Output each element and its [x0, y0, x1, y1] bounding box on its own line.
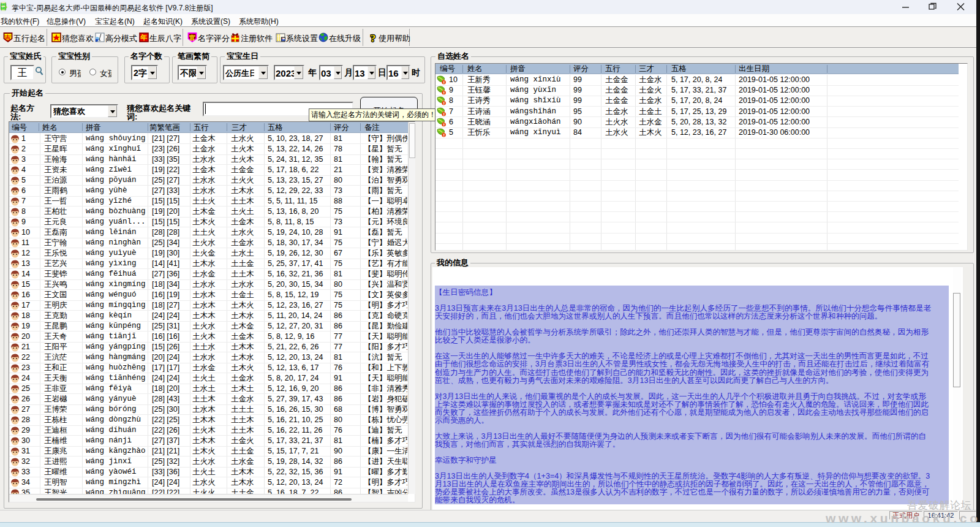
- svg-text:官: 官: [189, 34, 195, 41]
- svg-text:?: ?: [371, 32, 376, 44]
- svg-text:年: 年: [140, 34, 148, 41]
- svg-text:吉: 吉: [4, 34, 12, 41]
